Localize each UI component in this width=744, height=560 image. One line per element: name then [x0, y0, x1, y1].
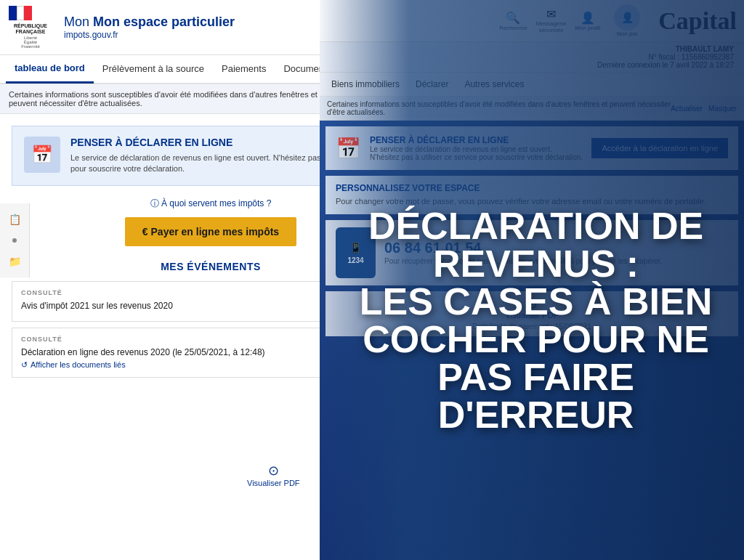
right-info-message: Certaines informations sont susceptibles…: [327, 100, 671, 116]
right-calendar-icon: 📅: [336, 137, 361, 161]
right-pdf-section[interactable]: ⊙ Visualiser PDF Date limite de paiement…: [326, 291, 738, 336]
pdf-label: Visualiser PDF: [247, 479, 300, 487]
left-sidebar: 📋 📁: [0, 203, 30, 277]
phone-section: 📱 1234 06 84 61 01 54 Pour récupérer vot…: [326, 220, 738, 285]
capital-header-bar: 🔍 Recherche ✉ Messageriesécurisée 👤 Mon …: [320, 0, 744, 42]
profil-icon: 👤: [581, 11, 595, 25]
right-nav-biens[interactable]: Biens immobiliers: [327, 77, 404, 92]
right-navbar: Biens immobiliers Déclarer Autres servic…: [320, 73, 744, 97]
right-panel: 🔍 Recherche ✉ Messageriesécurisée 👤 Mon …: [320, 0, 744, 560]
espace-title: PERSONNALISEZ VOTRE ESPACE: [336, 183, 728, 193]
pdf-icon: ⊙: [247, 463, 300, 479]
access-declaration-btn[interactable]: Accéder à la déclaration en ligne: [591, 138, 728, 158]
right-nav-declarer[interactable]: Déclarer: [411, 77, 453, 92]
right-info-actions: Actualiser Masquer: [671, 100, 737, 116]
right-banner-text: PENSER À DÉCLARER EN LIGNE Le service de…: [370, 135, 583, 161]
right-nav-autres[interactable]: Autres services: [460, 77, 528, 92]
pdf-area[interactable]: ⊙ Visualiser PDF: [247, 463, 300, 487]
capital-messagerie-btn[interactable]: ✉ Messageriesécurisée: [536, 7, 566, 34]
right-banner-body: Le service de déclaration de revenus en …: [370, 145, 583, 161]
phone-text: Pour récupérer votre mot de passe, vous …: [384, 256, 662, 267]
rf-logo: RÉPUBLIQUE FRANÇAISE LibertéÉgalitéFrate…: [9, 6, 52, 49]
right-pdf-label: Visualiser PDF: [336, 311, 728, 320]
calendar-icon: 📅: [24, 137, 60, 173]
phone-number: 06 84 61 01 54: [384, 240, 662, 256]
phone-number-display: 1234: [347, 256, 363, 264]
non-pro-avatar: 👤: [614, 4, 640, 31]
nav-item-paiements[interactable]: Paiements: [213, 54, 275, 84]
sidebar-icon-docs[interactable]: 📋: [4, 209, 25, 230]
right-banner: 📅 PENSER À DÉCLARER EN LIGNE Le service …: [326, 126, 738, 170]
right-masquer-btn[interactable]: Masquer: [708, 100, 737, 116]
right-banner-title: PENSER À DÉCLARER EN LIGNE: [370, 135, 583, 145]
search-icon: 🔍: [506, 11, 520, 25]
right-info-bar: Certaines informations sont susceptibles…: [320, 97, 744, 121]
capital-nav-icons: 🔍 Recherche ✉ Messageriesécurisée 👤 Mon …: [499, 4, 645, 37]
phone-icon: 📱 1234: [336, 227, 376, 278]
phone-device-icon: 📱: [349, 242, 362, 253]
espace-text: Pour changer votre mot de passe, vous po…: [336, 196, 728, 207]
capital-logo: Capital: [658, 7, 737, 35]
phone-info: 06 84 61 01 54 Pour récupérer votre mot …: [384, 240, 662, 267]
nav-item-tableau[interactable]: tableau de bord: [6, 54, 94, 84]
nav-item-prelevement[interactable]: Prélèvement à la source: [94, 54, 213, 84]
espace-section: PERSONNALISEZ VOTRE ESPACE Pour changer …: [326, 176, 738, 214]
non-pro-label: Non pro: [617, 31, 637, 37]
non-pro-section[interactable]: 👤 Non pro: [609, 4, 645, 37]
sidebar-icon-folder[interactable]: 📁: [4, 251, 25, 272]
rf-title: RÉPUBLIQUE FRANÇAISE: [9, 23, 52, 36]
messagerie-icon: ✉: [546, 7, 556, 21]
right-date-limit: Date limite de paiement : 15/09/2021: [336, 322, 728, 330]
rf-subtitle: LibertéÉgalitéFraternité: [9, 36, 52, 49]
info-message: Certaines informations sont susceptibles…: [9, 90, 341, 107]
user-name: THIBAULT LAMY: [330, 45, 734, 53]
last-connection: Dernière connexion le 7 avril 2022 à 18:…: [330, 61, 734, 69]
right-actualiser-btn[interactable]: Actualiser: [671, 100, 703, 116]
sidebar-dot: [12, 238, 17, 243]
capital-profil-btn[interactable]: 👤 Mon profil: [575, 11, 600, 31]
user-info-bar: THIBAULT LAMY N° fiscal : 1156860952387 …: [320, 42, 744, 73]
capital-search-btn[interactable]: 🔍 Recherche: [499, 11, 527, 31]
right-pdf-icon: ⊙: [336, 297, 728, 311]
pay-button[interactable]: € Payer en ligne mes impôts: [125, 217, 296, 246]
fiscal-number: N° fiscal : 1156860952387: [330, 53, 734, 61]
